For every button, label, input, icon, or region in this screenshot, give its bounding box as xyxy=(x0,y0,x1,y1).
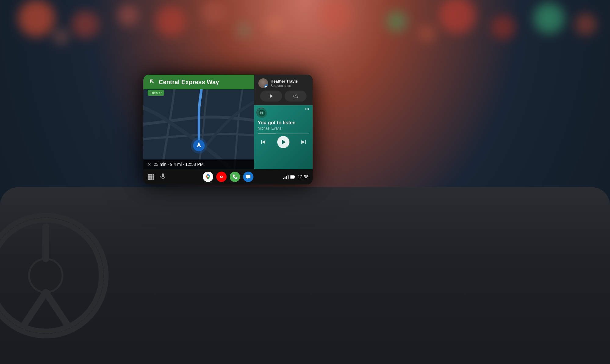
signal-bars xyxy=(283,175,289,179)
maps-panel[interactable]: Central Express Way Then ↩ ✕ 23 min · 9.… xyxy=(143,75,254,169)
play-button[interactable] xyxy=(260,91,282,102)
messages-app[interactable] xyxy=(243,172,253,182)
reply-button[interactable] xyxy=(285,91,307,102)
music-title: You got to listen xyxy=(258,120,309,126)
music-info: You got to listen Michael Evans xyxy=(258,120,309,130)
prev-button[interactable] xyxy=(259,138,267,146)
grid-icon xyxy=(148,174,154,180)
music-dot-2 xyxy=(307,108,309,110)
bottom-right-status: 12:58 xyxy=(283,174,308,179)
notification-text: Heather Travis See you soon xyxy=(271,79,308,87)
android-auto-ui: Central Express Way Then ↩ ✕ 23 min · 9.… xyxy=(143,75,313,184)
svg-marker-19 xyxy=(282,140,285,145)
music-artist: Michael Evans xyxy=(258,126,309,130)
bottom-left-controls xyxy=(148,173,166,181)
notification-card[interactable]: Heather Travis See you soon xyxy=(254,75,313,105)
android-auto-screen: Central Express Way Then ↩ ✕ 23 min · 9.… xyxy=(143,75,313,184)
steering-wheel xyxy=(0,212,110,340)
clock-time: 12:58 xyxy=(298,174,308,179)
svg-marker-20 xyxy=(301,140,305,144)
svg-marker-17 xyxy=(261,140,262,144)
eta-text: 23 min · 9.4 mi · 12:58 PM xyxy=(154,162,203,167)
svg-marker-11 xyxy=(270,94,273,98)
svg-rect-22 xyxy=(162,173,164,177)
close-icon[interactable]: ✕ xyxy=(148,162,151,167)
street-name: Central Express Way xyxy=(159,79,250,86)
music-card[interactable]: H You got to listen Michael Evans xyxy=(254,105,313,169)
google-maps-app[interactable] xyxy=(203,172,213,182)
phone-app[interactable] xyxy=(230,172,240,182)
music-dots xyxy=(305,108,309,110)
nav-header[interactable]: Central Express Way xyxy=(143,75,254,89)
svg-rect-29 xyxy=(294,176,295,177)
battery-icon xyxy=(290,175,295,179)
svg-text:H: H xyxy=(260,111,263,115)
svg-rect-30 xyxy=(291,176,294,178)
notification-actions xyxy=(258,91,308,102)
album-art: H xyxy=(257,108,266,117)
apps-grid-button[interactable] xyxy=(148,174,154,180)
main-content: Central Express Way Then ↩ ✕ 23 min · 9.… xyxy=(143,75,313,169)
right-panel: Heather Travis See you soon xyxy=(254,75,313,169)
youtube-music-app[interactable] xyxy=(216,172,227,182)
contact-name: Heather Travis xyxy=(271,79,308,84)
music-dot-1 xyxy=(305,108,307,110)
nav-then: Then ↩ xyxy=(148,90,164,96)
contact-avatar xyxy=(258,78,268,88)
next-button[interactable] xyxy=(299,138,308,146)
notification-header: Heather Travis See you soon xyxy=(258,78,308,88)
bottom-center-apps xyxy=(203,172,253,182)
turn-arrow-icon xyxy=(148,78,156,86)
bottom-bar: 12:58 xyxy=(143,169,313,184)
svg-point-24 xyxy=(207,176,209,177)
svg-marker-18 xyxy=(262,140,265,144)
notification-message: See you soon xyxy=(271,84,308,87)
svg-rect-10 xyxy=(265,86,268,87)
svg-line-4 xyxy=(46,292,67,324)
svg-marker-21 xyxy=(305,140,306,144)
svg-line-3 xyxy=(24,292,46,324)
progress-bar xyxy=(258,134,309,134)
play-pause-button[interactable] xyxy=(277,136,289,148)
eta-bar[interactable]: ✕ 23 min · 9.4 mi · 12:58 PM xyxy=(143,159,254,169)
svg-point-1 xyxy=(29,259,63,292)
progress-fill xyxy=(258,134,276,134)
music-controls xyxy=(258,136,309,148)
microphone-button[interactable] xyxy=(160,173,166,181)
dashboard xyxy=(0,187,610,364)
